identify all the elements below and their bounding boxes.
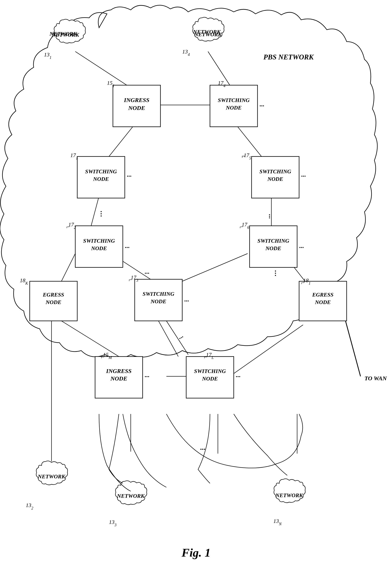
svg-text:···: ··· (125, 244, 130, 251)
svg-text:PBS NETWORK: PBS NETWORK (263, 53, 314, 61)
svg-text:⌐: ⌐ (240, 223, 243, 230)
svg-text:···: ··· (145, 270, 149, 277)
svg-text:···: ··· (299, 244, 304, 251)
svg-text:NODE: NODE (202, 375, 218, 382)
svg-line-11 (166, 321, 188, 355)
svg-text:13: 13 (44, 52, 50, 58)
svg-text:EGRESS: EGRESS (312, 291, 333, 298)
svg-text:1: 1 (50, 55, 52, 60)
network-label-13-4: NETWORK (193, 29, 221, 35)
svg-line-5 (238, 127, 261, 156)
svg-text:13: 13 (182, 49, 188, 55)
svg-text:···: ··· (266, 214, 273, 219)
svg-text:NODE: NODE (128, 105, 145, 111)
svg-text:17: 17 (70, 152, 76, 158)
svg-text:⌐: ⌐ (66, 223, 70, 230)
svg-text:1: 1 (112, 84, 114, 88)
svg-text:···: ··· (177, 333, 185, 342)
svg-text:TO WAN: TO WAN (364, 375, 387, 381)
svg-text:5: 5 (249, 156, 251, 160)
network-label-13-1: NETWORK (50, 31, 77, 37)
svg-text:M: M (108, 355, 112, 360)
svg-text:SWITCHING: SWITCHING (259, 168, 291, 174)
svg-text:3: 3 (136, 278, 138, 283)
svg-text:N: N (279, 522, 282, 526)
svg-line-114 (159, 321, 178, 357)
svg-text:4: 4 (188, 52, 190, 57)
svg-text:17: 17 (218, 80, 224, 86)
svg-text:Fig. 1: Fig. 1 (181, 546, 211, 559)
svg-text:NODE: NODE (226, 105, 241, 111)
svg-text:4: 4 (224, 84, 225, 88)
svg-text:INGRESS: INGRESS (124, 97, 149, 103)
svg-text:13: 13 (273, 518, 279, 524)
svg-text:NODE: NODE (91, 245, 107, 251)
diagram-container: INGRESS NODE SWITCHING NODE SWITCHING NO… (0, 0, 392, 576)
svg-text:INGRESS: INGRESS (106, 368, 132, 374)
svg-text:18: 18 (20, 277, 25, 284)
svg-text:NODE: NODE (93, 176, 109, 182)
svg-text:SWITCHING: SWITCHING (83, 238, 115, 244)
svg-text:SWITCHING: SWITCHING (257, 238, 289, 244)
svg-text:1: 1 (76, 156, 78, 160)
svg-text:SWITCHING: SWITCHING (143, 291, 174, 297)
svg-text:···: ··· (236, 373, 240, 380)
svg-line-3 (109, 127, 133, 156)
svg-text:⌐: ⌐ (204, 354, 207, 360)
svg-text:13: 13 (26, 502, 31, 508)
svg-text:NETWORK: NETWORK (117, 493, 145, 499)
svg-text:SWITCHING: SWITCHING (85, 168, 117, 174)
svg-text:NETWORK: NETWORK (275, 492, 304, 498)
svg-text:NETWORK: NETWORK (38, 473, 66, 480)
svg-text:···: ··· (301, 173, 306, 180)
svg-text:NODE: NODE (267, 176, 283, 182)
svg-text:K: K (25, 281, 28, 286)
svg-text:SWITCHING: SWITCHING (218, 97, 250, 103)
svg-line-9 (182, 254, 248, 281)
svg-text:···: ··· (127, 173, 132, 180)
svg-text:SWITCHING: SWITCHING (194, 368, 226, 374)
svg-text:15: 15 (107, 80, 112, 86)
svg-text:1: 1 (308, 281, 310, 286)
svg-text:⌐: ⌐ (242, 152, 246, 160)
svg-text:···: ··· (145, 373, 149, 380)
svg-text:···: ··· (259, 102, 264, 109)
svg-text:6: 6 (247, 225, 249, 230)
svg-text:···: ··· (184, 297, 189, 304)
svg-line-7 (61, 254, 75, 281)
svg-line-14 (230, 325, 303, 376)
svg-text:⌐: ⌐ (101, 354, 104, 360)
svg-text:NODE: NODE (150, 298, 166, 304)
svg-text:NODE: NODE (110, 375, 127, 382)
svg-text:NODE: NODE (315, 299, 331, 305)
svg-text:⋮: ⋮ (272, 270, 279, 277)
svg-text:EGRESS: EGRESS (43, 291, 64, 298)
svg-text:13: 13 (109, 519, 114, 525)
svg-text:2: 2 (31, 506, 33, 510)
svg-text:L: L (211, 355, 214, 360)
svg-text:2: 2 (74, 225, 76, 230)
svg-text:⋮: ⋮ (98, 210, 104, 217)
svg-text:NODE: NODE (265, 245, 281, 251)
svg-text:NODE: NODE (45, 299, 61, 305)
svg-line-0 (75, 52, 127, 85)
svg-text:···: ··· (200, 445, 205, 453)
svg-text:⌐: ⌐ (129, 276, 132, 283)
svg-text:3: 3 (114, 523, 116, 527)
svg-text:⌐: ⌐ (301, 279, 305, 286)
